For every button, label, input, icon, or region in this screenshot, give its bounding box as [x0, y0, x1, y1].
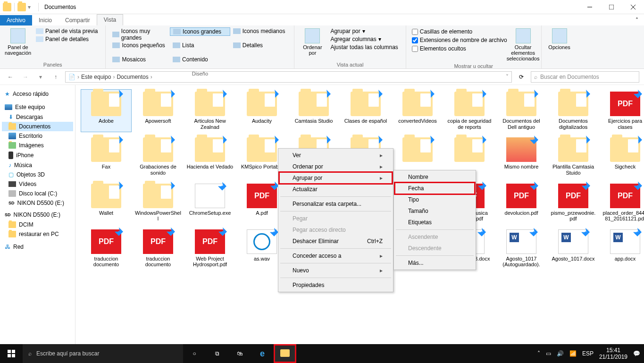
layout-extra-large[interactable]: Iconos muy grandes	[109, 27, 170, 42]
preview-pane-button[interactable]: Panel de vista previa	[33, 27, 100, 35]
layout-large[interactable]: Iconos grandes	[170, 27, 230, 36]
file-item[interactable]: devolucion.pdf	[496, 182, 546, 224]
submenu-size[interactable]: Tamaño	[395, 205, 475, 217]
hide-selected-button[interactable]: Ocultar elementos seleccionados	[509, 27, 537, 62]
ribbon-collapse-icon[interactable]: ˄	[630, 15, 644, 25]
sidebar-item-desktop[interactable]: Escritorio	[2, 131, 73, 141]
checkbox-file-extensions[interactable]: Extensiones de nombre de archivo	[412, 37, 507, 43]
tray-volume-icon[interactable]: 🔊	[557, 350, 564, 357]
file-item[interactable]: Documentos del Dell antiguo	[496, 90, 546, 132]
sidebar-item-music[interactable]: ♪Música	[2, 160, 73, 170]
options-button[interactable]: Opciones	[545, 27, 574, 51]
sidebar-item-3d[interactable]: ▢Objetos 3D	[2, 170, 73, 179]
menu-group-by[interactable]: Agrupar por	[279, 172, 392, 184]
tray-notifications-icon[interactable]: 💬	[633, 350, 640, 357]
close-button[interactable]	[622, 0, 644, 14]
file-item[interactable]: WindowsPowerShell	[133, 182, 183, 224]
up-button[interactable]: ↑	[50, 71, 61, 83]
tab-file[interactable]: Archivo	[0, 15, 32, 25]
sidebar-quick-access[interactable]: ★Acceso rápido	[2, 89, 73, 99]
tab-view[interactable]: Vista	[97, 14, 123, 25]
sidebar-item-local-disk[interactable]: Disco local (C:)	[2, 189, 73, 198]
layout-small[interactable]: Iconos pequeños	[109, 42, 170, 49]
layout-medium[interactable]: Iconos medianos	[230, 27, 291, 35]
file-item[interactable]: ChromeSetup.exe	[185, 182, 235, 224]
file-item[interactable]: traduccion documento	[133, 228, 183, 270]
tray-battery-icon[interactable]: ▭	[546, 350, 551, 357]
submenu-type[interactable]: Tipo	[395, 194, 475, 205]
sidebar-item-videos[interactable]: Vídeos	[2, 179, 73, 189]
forward-button[interactable]: →	[20, 71, 31, 83]
checkbox-item-checkboxes[interactable]: Casillas de elemento	[412, 28, 507, 35]
file-item[interactable]: Audacity	[237, 90, 287, 132]
submenu-name[interactable]: Nombre	[395, 171, 475, 183]
file-item[interactable]: convertedVideos	[393, 90, 443, 132]
sidebar-item-pictures[interactable]: Imágenes	[2, 141, 73, 150]
add-columns-button[interactable]: Agregar columnas▾	[327, 35, 401, 43]
file-item[interactable]: Fax	[81, 135, 131, 177]
menu-refresh[interactable]: Actualizar	[279, 184, 392, 195]
qat-dropdown-icon[interactable]: ▾	[26, 4, 33, 10]
refresh-button[interactable]: ⟳	[516, 71, 527, 83]
sidebar-network[interactable]: 🖧Red	[2, 242, 73, 252]
start-button[interactable]	[0, 344, 23, 363]
file-item[interactable]: placed_order_844581_20161121.pdf	[600, 182, 644, 224]
layout-tiles[interactable]: Mosaicos	[109, 56, 170, 63]
file-item[interactable]: Agosto_1017 (Autoguardado).	[496, 228, 546, 270]
tray-language[interactable]: ESP	[582, 350, 594, 357]
file-item[interactable]: Ejercicios para clases	[600, 90, 644, 132]
file-item[interactable]: Adobe	[81, 90, 131, 132]
store-icon[interactable]: 🛍	[228, 344, 251, 363]
file-item[interactable]: Sigcheck	[600, 135, 644, 177]
navigation-pane-button[interactable]: Panel de navegación	[4, 27, 32, 57]
checkbox-hidden-items[interactable]: Elementos ocultos	[412, 45, 507, 52]
sidebar-item-restaurar[interactable]: restaurar en PC	[2, 229, 73, 239]
task-view-icon[interactable]: ⧉	[206, 344, 228, 363]
breadcrumb[interactable]: Documentos	[117, 74, 148, 80]
tab-share[interactable]: Compartir	[59, 15, 97, 25]
tray-wifi-icon[interactable]: 📶	[569, 350, 577, 357]
sidebar-item-downloads[interactable]: ⬇Descargas	[2, 112, 73, 122]
file-item[interactable]: Camtasia Studio	[289, 90, 339, 132]
menu-new[interactable]: Nuevo	[279, 265, 392, 276]
file-item[interactable]: Articulos New Zealnad	[185, 90, 235, 132]
back-button[interactable]: ←	[5, 71, 16, 83]
file-item[interactable]: Hacienda el Vedado	[185, 135, 235, 177]
file-item[interactable]: Apowersoft	[133, 90, 183, 132]
sidebar-item-iphone[interactable]: iPhone	[2, 150, 73, 160]
menu-grant-access[interactable]: Conceder acceso a	[279, 250, 392, 262]
breadcrumb[interactable]: Este equipo	[81, 74, 111, 80]
size-columns-button[interactable]: Ajustar todas las columnas	[327, 43, 401, 51]
sidebar-item-nikon2[interactable]: SDNIKON D5500 (E:)	[2, 210, 73, 220]
submenu-tags[interactable]: Etiquetas	[395, 217, 475, 228]
layout-list[interactable]: Lista	[170, 42, 230, 49]
tray-chevron-icon[interactable]: ˄	[537, 350, 540, 357]
cortana-icon[interactable]: ○	[183, 344, 206, 363]
file-item[interactable]: Plantilla Camtasia Stuido	[548, 135, 598, 177]
menu-sort[interactable]: Ordenar por	[279, 161, 392, 172]
layout-details[interactable]: Detalles	[230, 42, 291, 49]
file-item[interactable]: Grabaciones de sonido	[133, 135, 183, 177]
file-item[interactable]: pismo_przewodnie.pdf	[548, 182, 598, 224]
file-item[interactable]: Web Project Hydrosport.pdf	[185, 228, 235, 270]
file-item[interactable]: Documentos digitalizados	[548, 90, 598, 132]
sidebar-item-documents[interactable]: Documentos	[2, 122, 73, 131]
file-item[interactable]: Agosto_1017.docx	[548, 228, 598, 270]
file-item[interactable]: app.docx	[600, 228, 644, 270]
maximize-button[interactable]	[601, 0, 622, 14]
sidebar-item-nikon1[interactable]: SDNIKON D5500 (E:)	[2, 198, 73, 208]
search-input[interactable]: ⌕ Buscar en Documentos	[531, 71, 639, 83]
sidebar-item-dcim[interactable]: DCIM	[2, 220, 73, 229]
tab-home[interactable]: Inicio	[32, 15, 59, 25]
file-item[interactable]: Mismo nombre	[496, 135, 546, 177]
layout-content[interactable]: Contenido	[170, 56, 230, 63]
submenu-date[interactable]: Fecha	[395, 183, 475, 194]
address-dropdown-icon[interactable]: ˅	[506, 74, 509, 80]
file-item[interactable]: Wallet	[81, 182, 131, 224]
file-item[interactable]: copia de seguridad de reports	[444, 90, 494, 132]
edge-icon[interactable]: e	[251, 344, 274, 363]
details-pane-button[interactable]: Panel de detalles	[33, 35, 100, 43]
sidebar-this-pc[interactable]: Este equipo	[2, 102, 73, 112]
menu-view[interactable]: Ver	[279, 150, 392, 161]
taskbar-search[interactable]: ⌕ Escribe aquí para buscar	[23, 344, 183, 363]
